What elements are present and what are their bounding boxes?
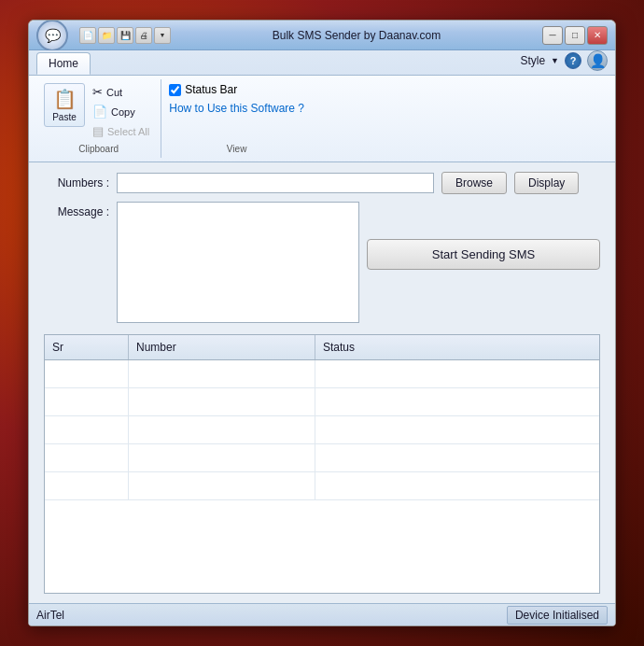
td-sr bbox=[45, 416, 129, 443]
td-status bbox=[315, 472, 599, 499]
select-all-icon: ▤ bbox=[92, 124, 104, 138]
td-status bbox=[315, 360, 599, 387]
col-status: Status bbox=[315, 335, 599, 359]
toolbar-icon-3[interactable]: 💾 bbox=[117, 27, 133, 44]
clipboard-group: 📋 Paste ✂ Cut 📄 Copy ▤ bbox=[36, 79, 161, 158]
cut-icon: ✂ bbox=[92, 85, 103, 99]
title-bar: 💬 📄 📁 💾 🖨 ▼ Bulk SMS Sender by Daanav.co… bbox=[29, 21, 615, 50]
message-label: Message : bbox=[44, 202, 109, 218]
minimize-button[interactable]: ─ bbox=[542, 26, 563, 45]
display-button[interactable]: Display bbox=[514, 172, 579, 194]
td-sr bbox=[45, 444, 129, 471]
view-group: Status Bar How to Use this Software ? Vi… bbox=[161, 79, 312, 158]
td-number bbox=[129, 360, 315, 387]
start-sending-button[interactable]: Start Sending SMS bbox=[367, 239, 600, 270]
tab-home[interactable]: Home bbox=[36, 52, 91, 75]
avatar-icon[interactable]: 👤 bbox=[587, 50, 608, 71]
cut-label: Cut bbox=[106, 87, 122, 98]
app-logo: 💬 bbox=[36, 20, 68, 51]
title-bar-icons: 📄 📁 💾 🖨 ▼ bbox=[79, 27, 171, 44]
td-number bbox=[129, 416, 315, 443]
cut-button[interactable]: ✂ Cut bbox=[89, 83, 153, 101]
table-row bbox=[45, 472, 599, 500]
td-status bbox=[315, 444, 599, 471]
right-panel: Start Sending SMS bbox=[367, 202, 600, 270]
td-status bbox=[315, 416, 599, 443]
copy-button[interactable]: 📄 Copy bbox=[89, 103, 153, 120]
ribbon-clipboard-buttons: 📋 Paste ✂ Cut 📄 Copy ▤ bbox=[44, 83, 153, 140]
help-icon[interactable]: ? bbox=[565, 52, 581, 69]
title-bar-controls: ─ □ ✕ bbox=[542, 26, 608, 45]
title-bar-left: 💬 📄 📁 💾 🖨 ▼ bbox=[36, 20, 171, 51]
td-sr bbox=[45, 360, 129, 387]
paste-button[interactable]: 📋 Paste bbox=[44, 83, 85, 127]
ribbon: Home Style ▼ ? 👤 📋 Paste bbox=[29, 50, 615, 162]
numbers-label: Numbers : bbox=[44, 176, 109, 190]
toolbar-icon-1[interactable]: 📄 bbox=[79, 27, 96, 44]
paste-icon: 📋 bbox=[53, 88, 77, 110]
ribbon-content: 📋 Paste ✂ Cut 📄 Copy ▤ bbox=[29, 75, 615, 162]
table-body bbox=[45, 360, 599, 500]
td-number bbox=[129, 388, 315, 415]
table-header: Sr Number Status bbox=[45, 335, 599, 360]
table-row bbox=[45, 416, 599, 444]
table-row bbox=[45, 360, 599, 388]
status-bar: AirTel Device Initialised bbox=[29, 603, 615, 625]
window-title: Bulk SMS Sender by Daanav.com bbox=[273, 29, 441, 42]
main-window: 💬 📄 📁 💾 🖨 ▼ Bulk SMS Sender by Daanav.co… bbox=[28, 20, 616, 626]
toolbar-icon-2[interactable]: 📁 bbox=[98, 27, 115, 44]
status-left: AirTel bbox=[36, 609, 64, 622]
copy-icon: 📄 bbox=[92, 105, 107, 119]
view-group-label: View bbox=[169, 142, 304, 154]
ribbon-tabs: Home bbox=[33, 50, 96, 75]
status-bar-label: Status Bar bbox=[185, 83, 237, 96]
table-row bbox=[45, 444, 599, 472]
td-number bbox=[129, 444, 315, 471]
sms-table: Sr Number Status bbox=[44, 334, 600, 594]
paste-label: Paste bbox=[52, 112, 77, 122]
col-number: Number bbox=[129, 335, 315, 359]
browse-button[interactable]: Browse bbox=[441, 172, 507, 194]
clipboard-small-buttons: ✂ Cut 📄 Copy ▤ Select All bbox=[89, 83, 153, 140]
numbers-row: Numbers : Browse Display bbox=[44, 172, 600, 194]
td-status bbox=[315, 388, 599, 415]
main-content: Numbers : Browse Display Message : Start… bbox=[29, 162, 615, 603]
status-bar-checkbox-row[interactable]: Status Bar bbox=[169, 83, 304, 96]
toolbar-icon-4[interactable]: 🖨 bbox=[135, 27, 152, 44]
style-label: Style bbox=[520, 54, 545, 67]
how-to-use-link[interactable]: How to Use this Software ? bbox=[169, 102, 304, 115]
select-all-button[interactable]: ▤ Select All bbox=[89, 122, 153, 140]
table-row bbox=[45, 388, 599, 416]
message-row: Message : Start Sending SMS bbox=[44, 202, 600, 323]
style-dropdown-icon[interactable]: ▼ bbox=[551, 56, 559, 65]
toolbar-dropdown[interactable]: ▼ bbox=[154, 27, 171, 44]
col-sr: Sr bbox=[45, 335, 129, 359]
select-all-label: Select All bbox=[107, 126, 149, 137]
td-number bbox=[129, 472, 315, 499]
clipboard-group-label: Clipboard bbox=[44, 140, 153, 154]
td-sr bbox=[45, 388, 129, 415]
close-button[interactable]: ✕ bbox=[587, 26, 608, 45]
status-right: Device Initialised bbox=[507, 606, 608, 625]
td-sr bbox=[45, 472, 129, 499]
copy-label: Copy bbox=[111, 106, 135, 118]
status-bar-checkbox[interactable] bbox=[169, 84, 181, 96]
maximize-button[interactable]: □ bbox=[565, 26, 585, 45]
message-textarea[interactable] bbox=[117, 202, 359, 323]
numbers-input[interactable] bbox=[117, 173, 434, 193]
